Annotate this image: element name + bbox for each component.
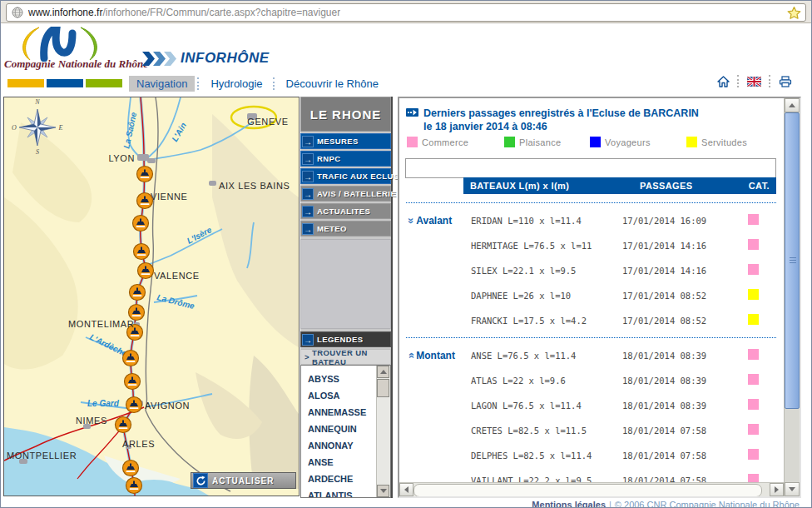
- globe-icon: [12, 7, 23, 18]
- boat-list-scrollbar[interactable]: [376, 366, 390, 497]
- direction-cell: Montant: [406, 350, 464, 361]
- category-cell: [744, 288, 776, 303]
- boat-label: FRANCKI L=17.5 x l=4.2: [464, 316, 622, 326]
- category-swatch: [748, 449, 759, 460]
- table-row: Avalant ERIDAN L=110 x l=11.4 17/01/2014…: [406, 208, 776, 233]
- panel-title-line1: Derniers passages enregistrés à l'Ecluse…: [423, 107, 699, 120]
- panel-vertical-scrollbar[interactable]: [784, 98, 800, 496]
- menu-item-label: ACTUALITES: [317, 207, 370, 216]
- menu-item-label: LEGENDES: [317, 335, 363, 344]
- category-cell: [744, 348, 776, 363]
- direction-label: Montant: [416, 350, 455, 361]
- category-swatch: [748, 474, 759, 482]
- color-bar-yellow: [7, 79, 44, 87]
- scroll-thumb[interactable]: [785, 112, 800, 409]
- boat-list-item[interactable]: ANNEQUIN: [308, 421, 377, 437]
- copyright-text: © 2006 CNR Compagnie Nationale du Rhône: [615, 500, 800, 508]
- passage-time: 18/01/2014 08:39: [622, 376, 744, 386]
- uk-flag-icon[interactable]: [740, 77, 769, 87]
- scroll-up-button[interactable]: [377, 366, 389, 378]
- url-field[interactable]: www.inforhone.fr/inforhone/FR/Commun/car…: [6, 3, 806, 22]
- chevron-double-down-icon: [408, 217, 413, 225]
- city-label-valence: VALENCE: [154, 271, 200, 281]
- boat-list-item[interactable]: ABYSS: [308, 371, 377, 387]
- menu-item-mesures[interactable]: MESURES: [300, 133, 391, 149]
- tab-hydrologie[interactable]: Hydrologie: [203, 76, 270, 92]
- menu-item-rnpc[interactable]: RNPC: [300, 151, 391, 167]
- category-cell: [744, 398, 776, 413]
- boat-list-item[interactable]: ANSE: [308, 454, 377, 471]
- boat-label: DAPHNEE L=26 x l=10: [464, 291, 622, 301]
- legend-label: Voyageurs: [605, 137, 651, 147]
- category-swatch: [748, 374, 759, 385]
- color-bar-green: [86, 79, 122, 87]
- tab-decouvrir[interactable]: Découvrir le Rhône: [279, 76, 386, 92]
- category-cell: [744, 373, 776, 388]
- table-row: FRANCKI L=17.5 x l=4.2 17/01/2014 08:52: [406, 308, 776, 333]
- scroll-thumb[interactable]: [377, 379, 389, 397]
- scroll-left-button[interactable]: [399, 483, 413, 496]
- menu-item-actualites[interactable]: ACTUALITES: [300, 203, 391, 219]
- compass-n: N: [34, 98, 40, 106]
- menu-item-legendes[interactable]: LEGENDES: [300, 331, 391, 347]
- category-swatch: [748, 289, 759, 300]
- main-nav: Navigation Hydrologie Découvrir le Rhône: [129, 76, 386, 92]
- scroll-down-button[interactable]: [377, 485, 389, 497]
- legend-label: Commerce: [422, 137, 468, 147]
- boat-label: DELPHES L=82.5 x l=11.4: [464, 451, 622, 461]
- scroll-right-button[interactable]: [770, 483, 784, 496]
- passage-time: 17/01/2014 08:52: [622, 316, 744, 326]
- passages-rows: Avalant ERIDAN L=110 x l=11.4 17/01/2014…: [406, 198, 776, 482]
- boat-list-item[interactable]: ALOSA: [308, 387, 377, 404]
- boat-label: LAGON L=76.5 x l=11.4: [464, 401, 622, 411]
- category-cell: [744, 263, 776, 278]
- table-row: DAPHNEE L=26 x l=10 17/01/2014 08:52: [406, 283, 776, 308]
- menu-spacer: [300, 239, 391, 329]
- panel-title: Derniers passages enregistrés à l'Ecluse…: [406, 107, 699, 133]
- legend-swatch-commerce: [407, 137, 418, 147]
- menu-item-trafic[interactable]: TRAFIC AUX ECLUSES: [300, 168, 391, 184]
- category-swatch: [748, 264, 759, 275]
- legend-label: Servitudes: [701, 137, 747, 147]
- arrow-right-icon: [302, 136, 314, 147]
- filter-box[interactable]: [405, 158, 776, 178]
- boat-list-item[interactable]: ARDECHE: [308, 471, 377, 487]
- city-label-aix: AIX LES BAINS: [219, 181, 290, 191]
- home-icon[interactable]: [710, 76, 737, 87]
- scroll-up-button[interactable]: [785, 98, 800, 112]
- bookmark-star-icon[interactable]: [787, 6, 801, 20]
- find-boat-button[interactable]: TROUVER UN BATEAU: [300, 349, 391, 365]
- rhone-map[interactable]: N S O E La Saône L'Ain L'Isère La Drôme …: [3, 97, 300, 496]
- boat-list: ABYSS ALOSA ANNEMASSE ANNEQUIN ANNONAY A…: [300, 365, 391, 498]
- category-cell: [744, 473, 776, 482]
- city-label-avignon: AVIGNON: [145, 401, 190, 411]
- boat-list-item[interactable]: ANNEMASSE: [308, 404, 377, 421]
- city-label-nimes: NIMES: [76, 416, 107, 426]
- boat-label: VAILLANT L=22.2 x l=9.5: [464, 476, 622, 482]
- scroll-down-button[interactable]: [785, 482, 800, 496]
- legend-swatch-plaisance: [504, 137, 515, 147]
- category-swatch: [748, 314, 759, 325]
- city-label-vienne: VIENNE: [151, 192, 188, 202]
- refresh-button[interactable]: ACTUALISER: [191, 472, 296, 489]
- boat-label: HERMITAGE L=76.5 x l=11: [464, 241, 622, 251]
- tab-navigation[interactable]: Navigation: [129, 76, 195, 92]
- header-bateaux: BATEAUX L(m) x l(m): [470, 181, 569, 191]
- boat-label: ATLAS L=22 x l=9.6: [464, 376, 622, 386]
- boat-list-item[interactable]: ANNONAY: [308, 437, 377, 454]
- legal-link[interactable]: Mentions légales: [532, 500, 606, 508]
- menu-item-avis[interactable]: AVIS / BATELLERIE: [300, 186, 391, 202]
- boat-list-item[interactable]: ATLANTIS: [308, 487, 377, 497]
- category-cell: [744, 313, 776, 328]
- scroll-thumb[interactable]: [413, 484, 762, 497]
- menu-item-meteo[interactable]: METEO: [300, 221, 391, 237]
- panel-horizontal-scrollbar[interactable]: [399, 482, 784, 496]
- compass-o: O: [12, 124, 17, 132]
- passage-time: 18/01/2014 08:39: [622, 401, 744, 411]
- print-icon[interactable]: [771, 76, 800, 87]
- passage-time: 17/01/2014 16:09: [622, 216, 744, 226]
- dashed-arrow-icon: [406, 108, 418, 117]
- table-header: BATEAUX L(m) x l(m) PASSAGES CAT.: [463, 177, 776, 194]
- brand-color-bars: [7, 79, 122, 87]
- passage-time: 17/01/2014 14:16: [622, 266, 744, 276]
